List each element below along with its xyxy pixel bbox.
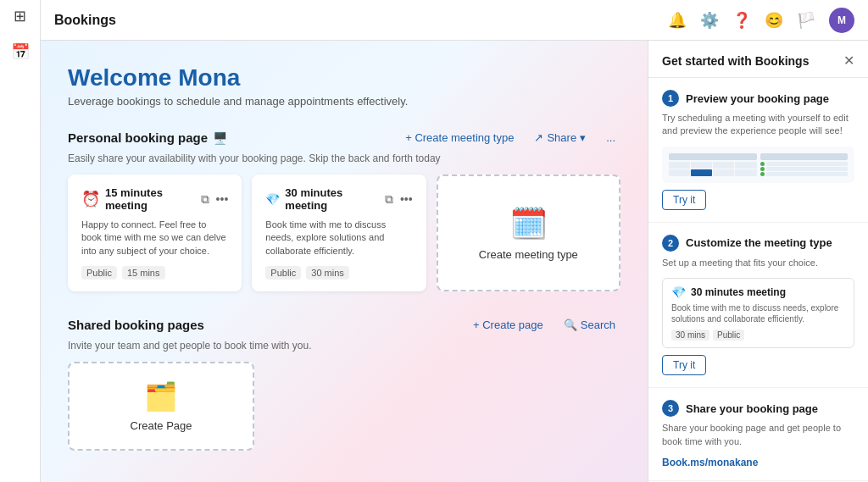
mini-card-tags: 30 mins Public [671, 330, 845, 341]
meeting-card-30-title: 30 minutes meeting [285, 186, 385, 212]
step-3-title: Share your booking page [686, 402, 818, 415]
alarm-icon: ⏰ [81, 190, 100, 208]
panel-title: Get started with Bookings [662, 54, 809, 68]
step-1-desc: Try scheduling a meeting with yourself t… [662, 112, 854, 138]
search-icon: 🔍 [564, 319, 577, 331]
step-1-title: Preview your booking page [686, 92, 829, 105]
meeting-card-15min: ⏰ 15 minutes meeting ⧉ ••• Happy to conn… [68, 175, 242, 291]
mini-diamond-icon: 💎 [671, 285, 686, 299]
shared-section-subtitle: Invite your team and get people to book … [68, 340, 620, 352]
gear-icon[interactable]: ⚙️ [700, 11, 719, 30]
content-area: Welcome Mona Leverage bookings to schedu… [41, 41, 868, 482]
step-2-try-button[interactable]: Try it [662, 355, 706, 375]
meeting-card-15-header: ⏰ 15 minutes meeting ⧉ ••• [81, 186, 228, 212]
bell-icon[interactable]: 🔔 [668, 11, 687, 30]
shared-section-header: Shared booking pages + Create page 🔍 Sea… [68, 315, 620, 335]
mini-tag-public: Public [713, 330, 744, 341]
panel-close-button[interactable]: ✕ [843, 53, 854, 69]
meeting-card-30-header: 💎 30 minutes meeting ⧉ ••• [265, 186, 412, 212]
step-3: 3 Share your booking page Share your boo… [648, 388, 868, 481]
nav-bar: ⊞ 📅 [0, 0, 41, 482]
personal-section-header: Personal booking page 🖥️ + Create meetin… [68, 128, 620, 147]
shared-cards-row: 🗂️ Create Page [68, 362, 620, 451]
create-page-card[interactable]: 🗂️ Create Page [68, 362, 254, 451]
panel-header: Get started with Bookings ✕ [648, 41, 868, 78]
card-15-icons: ⧉ ••• [201, 192, 229, 207]
share-chevron-icon: ▾ [580, 131, 586, 144]
tag-public-30: Public [265, 266, 301, 280]
share-button[interactable]: ↗ Share ▾ [529, 128, 591, 147]
welcome-title: Welcome Mona [68, 64, 620, 91]
share-icon: ↗ [534, 131, 543, 144]
mini-card-title: 30 minutes meeting [691, 286, 786, 298]
step-2-desc: Set up a meeting that fits your choice. [662, 257, 854, 269]
meeting-card-15-desc: Happy to connect. Feel free to book time… [81, 219, 228, 258]
copy-icon-30[interactable]: ⧉ [385, 192, 393, 207]
step-2-title: Customize the meeting type [686, 236, 832, 249]
more-icon-30[interactable]: ••• [400, 192, 413, 206]
main-content: Welcome Mona Leverage bookings to schedu… [41, 41, 648, 482]
step-1-number: 1 [662, 90, 679, 107]
create-meeting-type-button[interactable]: + Create meeting type [400, 128, 519, 147]
more-icon-15[interactable]: ••• [216, 192, 229, 206]
create-page-label: Create Page [131, 419, 192, 432]
search-label: Search [581, 319, 615, 331]
meeting-card-15-tags: Public 15 mins [81, 266, 228, 280]
avatar[interactable]: M [829, 8, 854, 33]
right-panel: Get started with Bookings ✕ 1 Preview yo… [648, 41, 868, 482]
tag-duration-15: 15 mins [122, 266, 165, 280]
search-button[interactable]: 🔍 Search [559, 315, 620, 335]
step-2-header: 2 Customize the meeting type [662, 235, 854, 252]
personal-section-actions: + Create meeting type ↗ Share ▾ ... [400, 128, 620, 147]
step-1-header: 1 Preview your booking page [662, 90, 854, 107]
create-page-icon: 🗂️ [144, 380, 178, 413]
personal-title-row: Personal booking page 🖥️ [68, 130, 227, 145]
step-3-desc: Share your booking page and get people t… [662, 422, 854, 448]
more-options-button[interactable]: ... [601, 128, 620, 147]
create-page-button[interactable]: + Create page [468, 315, 548, 335]
mini-card-header: 💎 30 minutes meeting [671, 285, 845, 299]
emoji-icon[interactable]: 😊 [765, 11, 783, 30]
step-3-number: 3 [662, 400, 679, 417]
meeting-card-30min: 💎 30 minutes meeting ⧉ ••• Book time wit… [252, 175, 426, 291]
meeting-card-30-desc: Book time with me to discuss needs, expl… [265, 219, 412, 258]
create-meeting-icon: 🗓️ [509, 206, 548, 241]
top-bar-icons: 🔔 ⚙️ ❓ 😊 🏳️ M [668, 8, 854, 33]
nav-bookings[interactable]: 📅 [0, 36, 40, 68]
share-url: Book.ms/monakane [662, 457, 854, 468]
tag-duration-30: 30 mins [306, 266, 349, 280]
personal-section-subtitle: Easily share your availability with your… [68, 152, 620, 164]
mini-tag-duration: 30 mins [671, 330, 709, 341]
app-grid-icon[interactable]: ⊞ [14, 7, 26, 25]
step-1: 1 Preview your booking page Try scheduli… [648, 78, 868, 223]
booking-page-icon: 🖥️ [213, 131, 227, 145]
tag-public-15: Public [81, 266, 117, 280]
mini-card-desc: Book time with me to discuss needs, expl… [671, 302, 845, 324]
step-2-number: 2 [662, 235, 679, 252]
copy-icon[interactable]: ⧉ [201, 192, 209, 207]
share-label: Share [547, 131, 576, 144]
step-2: 2 Customize the meeting type Set up a me… [648, 223, 868, 388]
bookings-icon: 📅 [11, 42, 30, 61]
step-3-header: 3 Share your booking page [662, 400, 854, 417]
app-title: Bookings [54, 13, 661, 28]
card-30-icons: ⧉ ••• [385, 192, 413, 207]
step-1-preview [662, 147, 854, 183]
help-icon[interactable]: ❓ [732, 11, 751, 30]
step-1-try-button[interactable]: Try it [662, 190, 706, 210]
personal-section-title: Personal booking page [68, 130, 208, 145]
meeting-card-30-tags: Public 30 mins [265, 266, 412, 280]
step-2-mini-card: 💎 30 minutes meeting Book time with me t… [662, 278, 854, 348]
meeting-card-15-title-row: ⏰ 15 minutes meeting [81, 186, 201, 212]
shared-section-title: Shared booking pages [68, 318, 204, 332]
shared-section-actions: + Create page 🔍 Search [468, 315, 620, 335]
flag-icon[interactable]: 🏳️ [797, 11, 815, 30]
create-meeting-label: Create meeting type [479, 248, 578, 261]
meeting-cards-row: ⏰ 15 minutes meeting ⧉ ••• Happy to conn… [68, 175, 620, 291]
meeting-card-15-title: 15 minutes meeting [105, 186, 201, 212]
shared-title-row: Shared booking pages [68, 318, 204, 332]
create-meeting-card[interactable]: 🗓️ Create meeting type [437, 175, 620, 291]
top-bar: Bookings 🔔 ⚙️ ❓ 😊 🏳️ M [41, 0, 868, 41]
meeting-card-30-title-row: 💎 30 minutes meeting [265, 186, 385, 212]
welcome-subtitle: Leverage bookings to schedule and manage… [68, 95, 620, 108]
